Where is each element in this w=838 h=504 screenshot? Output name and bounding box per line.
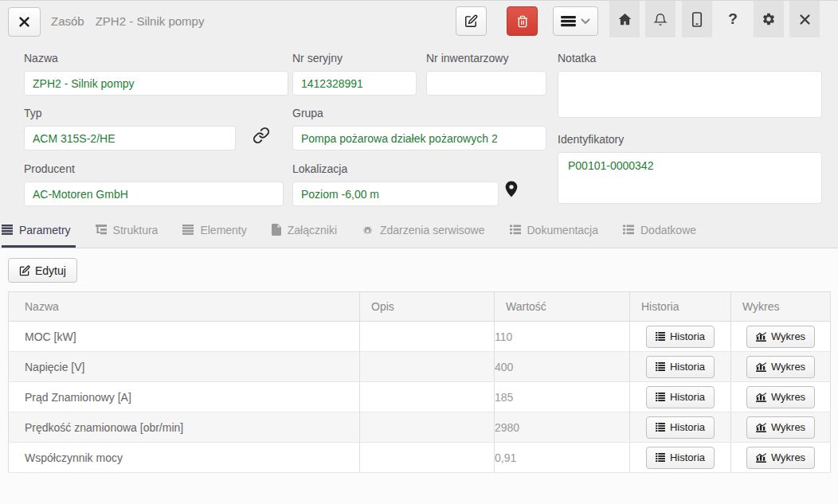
bar-chart-icon bbox=[756, 362, 766, 372]
tab-label: Dodatkowe bbox=[640, 224, 696, 236]
chart-button-label: Wykres bbox=[771, 391, 805, 403]
param-value: 0,91 bbox=[495, 443, 630, 473]
back-close-button[interactable] bbox=[8, 7, 41, 37]
tab-label: Załączniki bbox=[288, 224, 337, 236]
history-button-label: Historia bbox=[670, 361, 705, 373]
edit-asset-button[interactable] bbox=[456, 6, 487, 36]
history-button[interactable]: Historia bbox=[646, 386, 715, 408]
tab-label: Dokumentacja bbox=[527, 224, 599, 236]
param-desc bbox=[360, 382, 495, 412]
window-close-button[interactable] bbox=[789, 1, 820, 37]
col-header-wykres: Wykres bbox=[731, 292, 831, 322]
close-icon bbox=[18, 15, 31, 29]
chart-button-label: Wykres bbox=[771, 330, 805, 342]
edit-parameters-label: Edytuj bbox=[35, 264, 66, 277]
history-button-label: Historia bbox=[670, 421, 705, 433]
nr-seryjny-label: Nr seryjny bbox=[292, 52, 417, 64]
producent-input[interactable] bbox=[24, 182, 284, 206]
identyfikatory-label: Identyfikatory bbox=[558, 133, 822, 146]
gear-icon bbox=[762, 12, 776, 26]
lokalizacja-label: Lokalizacja bbox=[292, 162, 499, 175]
table-row: Prędkość znamionowa [obr/min] 2980 Histo… bbox=[9, 412, 831, 443]
chart-button[interactable]: Wykres bbox=[746, 447, 815, 469]
tree-icon bbox=[96, 225, 107, 235]
lokalizacja-map-button[interactable] bbox=[505, 181, 518, 200]
history-list-icon bbox=[656, 332, 665, 341]
tab-zdarzenia-serwisowe[interactable]: Zdarzenia serwisowe bbox=[362, 214, 490, 248]
param-name: Prąd Znamionowy [A] bbox=[9, 382, 360, 412]
help-button[interactable]: ? bbox=[718, 1, 748, 37]
notatka-textarea[interactable] bbox=[558, 71, 822, 118]
nazwa-input[interactable] bbox=[24, 71, 288, 96]
edit-parameters-button[interactable]: Edytuj bbox=[8, 258, 77, 283]
page-title: ZasóbZPH2 - Silnik pompy bbox=[51, 14, 204, 28]
field-grupa: Grupa bbox=[292, 107, 546, 150]
tab-label: Elementy bbox=[200, 224, 246, 236]
tab-dodatkowe[interactable]: Dodatkowe bbox=[623, 214, 701, 248]
tab-struktura[interactable]: Struktura bbox=[96, 214, 163, 248]
asset-detail-page: ZasóbZPH2 - Silnik pompy ? Nazwa Nr sery… bbox=[0, 0, 838, 504]
notatka-label: Notatka bbox=[558, 52, 822, 64]
tab-label: Struktura bbox=[113, 224, 159, 236]
delete-asset-button[interactable] bbox=[507, 6, 538, 36]
col-header-historia: Historia bbox=[630, 292, 731, 322]
home-button[interactable] bbox=[609, 1, 640, 37]
nazwa-label: Nazwa bbox=[24, 52, 288, 64]
tab-zalaczniki[interactable]: Załączniki bbox=[272, 214, 342, 248]
param-value: 400 bbox=[495, 352, 630, 382]
list-bars-icon bbox=[182, 225, 194, 235]
table-row: MOC [kW] 110 Historia Wykres bbox=[9, 322, 831, 352]
param-name: Napięcie [V] bbox=[9, 352, 360, 382]
field-typ: Typ bbox=[24, 107, 236, 150]
field-notatka: Notatka bbox=[558, 52, 822, 118]
history-button[interactable]: Historia bbox=[646, 416, 715, 439]
map-pin-icon bbox=[505, 181, 518, 197]
more-actions-dropdown[interactable] bbox=[553, 6, 598, 36]
bar-chart-icon bbox=[756, 453, 766, 463]
typ-link-button[interactable] bbox=[253, 127, 270, 147]
table-row: Prąd Znamionowy [A] 185 Historia Wykres bbox=[9, 382, 831, 412]
chart-button[interactable]: Wykres bbox=[746, 356, 815, 378]
tab-label: Zdarzenia serwisowe bbox=[380, 224, 485, 236]
field-producent: Producent bbox=[24, 162, 284, 206]
settings-button[interactable] bbox=[754, 1, 784, 37]
tab-elementy[interactable]: Elementy bbox=[182, 214, 251, 248]
nr-inwentarzowy-label: Nr inwentarzowy bbox=[426, 52, 546, 64]
trash-icon bbox=[516, 15, 529, 28]
entity-type-label: Zasób bbox=[51, 14, 84, 28]
list-bars-icon bbox=[2, 225, 13, 235]
history-button[interactable]: Historia bbox=[646, 356, 715, 378]
mobile-phone-icon bbox=[691, 12, 703, 27]
notifications-button[interactable] bbox=[645, 1, 675, 37]
history-button-label: Historia bbox=[670, 330, 705, 342]
nr-seryjny-input[interactable] bbox=[292, 71, 417, 96]
grupa-input[interactable] bbox=[292, 126, 546, 150]
mobile-button[interactable] bbox=[682, 1, 712, 37]
param-name: MOC [kW] bbox=[9, 322, 360, 352]
nr-inwentarzowy-input[interactable] bbox=[426, 71, 546, 96]
tab-parametry[interactable]: Parametry bbox=[2, 214, 76, 248]
edit-icon bbox=[464, 14, 478, 28]
typ-input[interactable] bbox=[24, 126, 236, 150]
chart-button[interactable]: Wykres bbox=[746, 386, 815, 408]
chart-button[interactable]: Wykres bbox=[746, 326, 815, 348]
edit-icon bbox=[19, 265, 30, 276]
history-button[interactable]: Historia bbox=[646, 447, 715, 469]
table-row: Współczynnik mocy 0,91 Historia Wykres bbox=[9, 443, 831, 473]
tab-label: Parametry bbox=[19, 224, 71, 236]
history-button[interactable]: Historia bbox=[646, 326, 715, 348]
chart-button-label: Wykres bbox=[771, 361, 805, 373]
field-identyfikatory: Identyfikatory P00101-0000342 bbox=[558, 133, 822, 204]
param-name: Współczynnik mocy bbox=[9, 443, 360, 473]
parameters-panel: Edytuj Nazwa Opis Wartość Historia Wykre… bbox=[0, 248, 838, 504]
parameters-table: Nazwa Opis Wartość Historia Wykres MOC [… bbox=[8, 291, 831, 473]
lokalizacja-input[interactable] bbox=[292, 182, 499, 206]
file-icon bbox=[272, 224, 281, 236]
tab-dokumentacja[interactable]: Dokumentacja bbox=[510, 214, 604, 248]
param-value: 110 bbox=[495, 322, 630, 352]
chart-button[interactable]: Wykres bbox=[746, 416, 815, 439]
param-desc bbox=[360, 443, 495, 473]
bar-chart-icon bbox=[756, 423, 766, 432]
field-nazwa: Nazwa bbox=[24, 52, 288, 96]
table-header-row: Nazwa Opis Wartość Historia Wykres bbox=[9, 292, 831, 322]
